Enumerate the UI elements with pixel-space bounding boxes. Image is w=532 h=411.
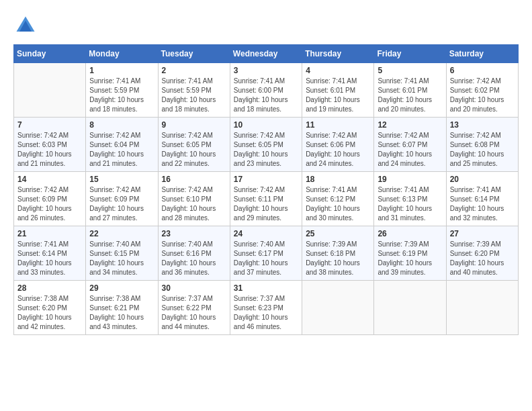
page-header	[13, 13, 519, 38]
day-info: Sunrise: 7:39 AMSunset: 6:20 PMDaylight:…	[450, 240, 515, 277]
day-number: 5	[378, 66, 442, 75]
day-info: Sunrise: 7:41 AMSunset: 5:59 PMDaylight:…	[89, 77, 154, 114]
calendar-cell	[446, 281, 518, 335]
day-info: Sunrise: 7:39 AMSunset: 6:18 PMDaylight:…	[306, 240, 370, 277]
calendar-cell: 24Sunrise: 7:40 AMSunset: 6:17 PMDayligh…	[230, 226, 302, 281]
day-info: Sunrise: 7:41 AMSunset: 6:13 PMDaylight:…	[378, 185, 442, 223]
day-info: Sunrise: 7:42 AMSunset: 6:09 PMDaylight:…	[89, 185, 154, 223]
day-number: 11	[306, 120, 370, 130]
weekday-header-monday: Monday	[86, 45, 158, 63]
day-info: Sunrise: 7:42 AMSunset: 6:04 PMDaylight:…	[89, 131, 154, 169]
day-number: 6	[450, 66, 515, 75]
day-number: 21	[17, 229, 82, 238]
calendar-cell: 31Sunrise: 7:37 AMSunset: 6:23 PMDayligh…	[230, 281, 302, 335]
calendar-cell	[374, 281, 446, 335]
calendar-week-row: 1Sunrise: 7:41 AMSunset: 5:59 PMDaylight…	[14, 63, 519, 118]
day-info: Sunrise: 7:42 AMSunset: 6:09 PMDaylight:…	[17, 185, 82, 223]
calendar-cell: 30Sunrise: 7:37 AMSunset: 6:22 PMDayligh…	[158, 281, 230, 335]
day-info: Sunrise: 7:41 AMSunset: 6:01 PMDaylight:…	[378, 77, 442, 114]
calendar-cell: 1Sunrise: 7:41 AMSunset: 5:59 PMDaylight…	[86, 63, 158, 118]
logo-icon	[13, 13, 38, 38]
day-info: Sunrise: 7:39 AMSunset: 6:19 PMDaylight:…	[378, 240, 442, 277]
day-number: 18	[306, 175, 370, 184]
day-info: Sunrise: 7:37 AMSunset: 6:23 PMDaylight:…	[234, 294, 298, 332]
calendar-cell: 20Sunrise: 7:41 AMSunset: 6:14 PMDayligh…	[446, 172, 518, 226]
day-number: 29	[89, 283, 154, 293]
day-info: Sunrise: 7:37 AMSunset: 6:22 PMDaylight:…	[162, 294, 226, 332]
calendar-cell: 19Sunrise: 7:41 AMSunset: 6:13 PMDayligh…	[374, 172, 446, 226]
day-number: 10	[234, 120, 298, 130]
calendar-cell: 16Sunrise: 7:42 AMSunset: 6:10 PMDayligh…	[158, 172, 230, 226]
day-number: 13	[450, 120, 515, 130]
day-number: 2	[162, 66, 226, 75]
calendar-cell: 21Sunrise: 7:41 AMSunset: 6:14 PMDayligh…	[14, 226, 86, 281]
day-info: Sunrise: 7:42 AMSunset: 6:06 PMDaylight:…	[306, 131, 370, 169]
calendar-cell: 27Sunrise: 7:39 AMSunset: 6:20 PMDayligh…	[446, 226, 518, 281]
calendar-cell: 11Sunrise: 7:42 AMSunset: 6:06 PMDayligh…	[302, 118, 374, 172]
calendar-cell: 7Sunrise: 7:42 AMSunset: 6:03 PMDaylight…	[14, 118, 86, 172]
day-info: Sunrise: 7:42 AMSunset: 6:10 PMDaylight:…	[162, 185, 226, 223]
day-number: 26	[378, 229, 442, 238]
day-info: Sunrise: 7:42 AMSunset: 6:02 PMDaylight:…	[450, 77, 515, 114]
day-info: Sunrise: 7:38 AMSunset: 6:21 PMDaylight:…	[89, 294, 154, 332]
calendar-cell: 8Sunrise: 7:42 AMSunset: 6:04 PMDaylight…	[86, 118, 158, 172]
day-info: Sunrise: 7:41 AMSunset: 6:14 PMDaylight:…	[17, 240, 82, 277]
calendar-cell: 25Sunrise: 7:39 AMSunset: 6:18 PMDayligh…	[302, 226, 374, 281]
calendar-cell: 4Sunrise: 7:41 AMSunset: 6:01 PMDaylight…	[302, 63, 374, 118]
calendar-cell: 22Sunrise: 7:40 AMSunset: 6:15 PMDayligh…	[86, 226, 158, 281]
day-info: Sunrise: 7:41 AMSunset: 6:14 PMDaylight:…	[450, 185, 515, 223]
calendar-cell: 17Sunrise: 7:42 AMSunset: 6:11 PMDayligh…	[230, 172, 302, 226]
calendar-week-row: 21Sunrise: 7:41 AMSunset: 6:14 PMDayligh…	[14, 226, 519, 281]
day-info: Sunrise: 7:41 AMSunset: 5:59 PMDaylight:…	[162, 77, 226, 114]
calendar-cell	[302, 281, 374, 335]
day-number: 8	[89, 120, 154, 130]
weekday-header-thursday: Thursday	[302, 45, 374, 63]
calendar-cell: 13Sunrise: 7:42 AMSunset: 6:08 PMDayligh…	[446, 118, 518, 172]
day-info: Sunrise: 7:40 AMSunset: 6:16 PMDaylight:…	[162, 240, 226, 277]
day-number: 4	[306, 66, 370, 75]
day-number: 16	[162, 175, 226, 184]
day-info: Sunrise: 7:41 AMSunset: 6:01 PMDaylight:…	[306, 77, 370, 114]
day-info: Sunrise: 7:41 AMSunset: 6:00 PMDaylight:…	[234, 77, 298, 114]
day-number: 15	[89, 175, 154, 184]
calendar-cell: 9Sunrise: 7:42 AMSunset: 6:05 PMDaylight…	[158, 118, 230, 172]
day-number: 7	[17, 120, 82, 130]
day-info: Sunrise: 7:42 AMSunset: 6:05 PMDaylight:…	[234, 131, 298, 169]
day-number: 24	[234, 229, 298, 238]
day-number: 27	[450, 229, 515, 238]
day-number: 22	[89, 229, 154, 238]
day-number: 3	[234, 66, 298, 75]
weekday-header-saturday: Saturday	[446, 45, 518, 63]
weekday-header-row: SundayMondayTuesdayWednesdayThursdayFrid…	[14, 45, 519, 63]
logo	[13, 13, 42, 38]
day-number: 31	[234, 283, 298, 293]
day-number: 19	[378, 175, 442, 184]
calendar-cell: 28Sunrise: 7:38 AMSunset: 6:20 PMDayligh…	[14, 281, 86, 335]
weekday-header-tuesday: Tuesday	[158, 45, 230, 63]
day-number: 17	[234, 175, 298, 184]
day-number: 28	[17, 283, 82, 293]
day-info: Sunrise: 7:41 AMSunset: 6:12 PMDaylight:…	[306, 185, 370, 223]
weekday-header-friday: Friday	[374, 45, 446, 63]
calendar-cell: 3Sunrise: 7:41 AMSunset: 6:00 PMDaylight…	[230, 63, 302, 118]
day-number: 30	[162, 283, 226, 293]
calendar-cell: 23Sunrise: 7:40 AMSunset: 6:16 PMDayligh…	[158, 226, 230, 281]
day-info: Sunrise: 7:42 AMSunset: 6:03 PMDaylight:…	[17, 131, 82, 169]
calendar-week-row: 14Sunrise: 7:42 AMSunset: 6:09 PMDayligh…	[14, 172, 519, 226]
calendar-cell: 15Sunrise: 7:42 AMSunset: 6:09 PMDayligh…	[86, 172, 158, 226]
calendar-cell: 26Sunrise: 7:39 AMSunset: 6:19 PMDayligh…	[374, 226, 446, 281]
day-number: 20	[450, 175, 515, 184]
day-info: Sunrise: 7:42 AMSunset: 6:08 PMDaylight:…	[450, 131, 515, 169]
calendar-cell: 2Sunrise: 7:41 AMSunset: 5:59 PMDaylight…	[158, 63, 230, 118]
weekday-header-sunday: Sunday	[14, 45, 86, 63]
day-number: 9	[162, 120, 226, 130]
calendar-week-row: 7Sunrise: 7:42 AMSunset: 6:03 PMDaylight…	[14, 118, 519, 172]
calendar-cell: 18Sunrise: 7:41 AMSunset: 6:12 PMDayligh…	[302, 172, 374, 226]
calendar-cell: 6Sunrise: 7:42 AMSunset: 6:02 PMDaylight…	[446, 63, 518, 118]
calendar-week-row: 28Sunrise: 7:38 AMSunset: 6:20 PMDayligh…	[14, 281, 519, 335]
day-info: Sunrise: 7:42 AMSunset: 6:07 PMDaylight:…	[378, 131, 442, 169]
calendar-cell: 10Sunrise: 7:42 AMSunset: 6:05 PMDayligh…	[230, 118, 302, 172]
day-number: 12	[378, 120, 442, 130]
calendar-cell	[14, 63, 86, 118]
day-info: Sunrise: 7:42 AMSunset: 6:11 PMDaylight:…	[234, 185, 298, 223]
